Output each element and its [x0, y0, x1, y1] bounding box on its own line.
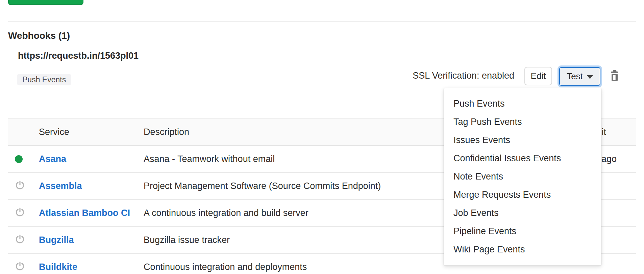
- status-cell: [8, 261, 39, 273]
- dropdown-item-push-events[interactable]: Push Events: [444, 94, 601, 113]
- service-link-buildkite[interactable]: Buildkite: [39, 262, 77, 272]
- service-link-bugzilla[interactable]: Bugzilla: [39, 235, 74, 245]
- primary-action-button[interactable]: [8, 0, 83, 5]
- dropdown-item-merge-requests-events[interactable]: Merge Requests Events: [444, 186, 601, 204]
- dropdown-item-wiki-page-events[interactable]: Wiki Page Events: [444, 240, 601, 258]
- status-cell: [8, 155, 39, 163]
- webhook-url: https://requestb.in/1563pl01: [18, 51, 139, 61]
- last-edit-value: ago: [601, 154, 617, 164]
- dropdown-item-issues-events[interactable]: Issues Events: [444, 131, 601, 149]
- status-cell: [8, 180, 39, 192]
- power-off-icon: [15, 261, 25, 273]
- power-off-icon: [15, 207, 25, 219]
- service-column-header: Service: [39, 127, 144, 137]
- active-status-icon: [15, 155, 23, 163]
- dropdown-item-confidential-issues-events[interactable]: Confidential Issues Events: [444, 149, 601, 167]
- delete-webhook-button[interactable]: [608, 68, 621, 83]
- dropdown-item-note-events[interactable]: Note Events: [444, 167, 601, 186]
- ssl-verification-status: SSL Verification: enabled: [413, 71, 514, 81]
- status-cell: [8, 234, 39, 246]
- dropdown-item-tag-push-events[interactable]: Tag Push Events: [444, 113, 601, 131]
- service-link-assembla[interactable]: Assembla: [39, 181, 82, 191]
- service-link-atlassian-bamboo-ci[interactable]: Atlassian Bamboo CI: [39, 208, 130, 218]
- edit-button-label: Edit: [531, 71, 546, 81]
- power-off-icon: [15, 180, 25, 192]
- webhook-event-badge: Push Events: [17, 74, 71, 85]
- webhooks-heading: Webhooks (1): [8, 30, 70, 41]
- dropdown-item-job-events[interactable]: Job Events: [444, 204, 601, 222]
- chevron-down-icon: [587, 75, 593, 79]
- dropdown-item-pipeline-events[interactable]: Pipeline Events: [444, 222, 601, 240]
- test-events-dropdown-menu: Push EventsTag Push EventsIssues EventsC…: [444, 88, 601, 266]
- status-cell: [8, 207, 39, 219]
- service-link-asana[interactable]: Asana: [39, 154, 66, 164]
- test-button-label: Test: [567, 71, 583, 82]
- power-off-icon: [15, 234, 25, 246]
- edit-webhook-button[interactable]: Edit: [524, 67, 552, 85]
- trash-icon: [610, 70, 620, 83]
- section-divider: [8, 21, 636, 22]
- test-webhook-dropdown-button[interactable]: Test: [559, 67, 600, 86]
